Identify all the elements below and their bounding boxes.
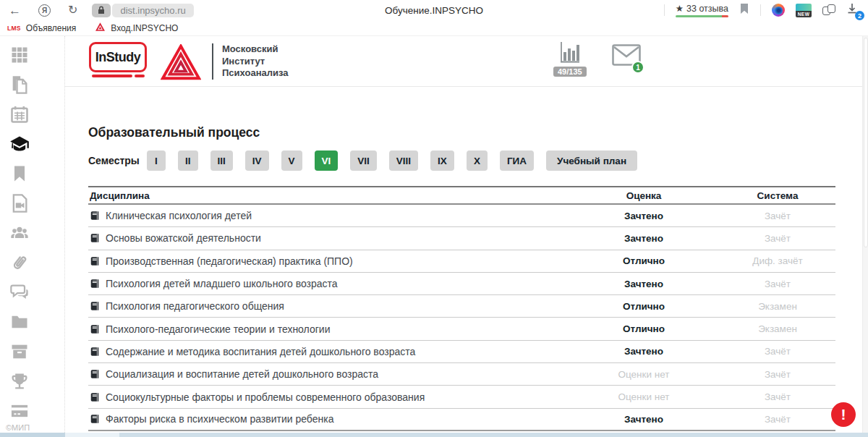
sidebar-item-bookmarks[interactable] [9, 164, 34, 184]
discipline-link[interactable]: Производственная (педагогическая) практи… [106, 255, 353, 267]
alert-icon[interactable]: ! [831, 402, 856, 427]
table-row: Факторы риска в психическом развитии реб… [88, 409, 835, 431]
downloads-button[interactable]: 2 [846, 3, 861, 17]
table-row: Психология детей младшего школьного возр… [88, 273, 835, 295]
table-row: Психология педагогического общенияОтличн… [88, 295, 835, 318]
discipline-link[interactable]: Психолого-педагогические теории и технол… [106, 323, 330, 335]
discipline-link[interactable]: Клиническая психология детей [106, 210, 252, 221]
sidebar-item-education[interactable] [9, 134, 34, 154]
semester-tab-VIII[interactable]: VIII [389, 150, 418, 171]
grade-value: Зачтено [600, 414, 687, 425]
semester-tab-II[interactable]: II [178, 150, 198, 171]
system-value: Зачёт [720, 391, 835, 402]
discipline-link[interactable]: Социокультурные факторы и проблемы совре… [106, 391, 425, 403]
bookmark-inpsycho-login[interactable]: Вход.INPSYCHO [95, 22, 178, 35]
table-row: Социализация и воспитание детей дошкольн… [88, 363, 835, 386]
system-value: Зачёт [720, 369, 835, 380]
institute-valknut-logo[interactable] [161, 44, 201, 83]
sidebar-item-archive[interactable] [9, 341, 34, 362]
grade-value: Оценки нет [600, 369, 687, 380]
system-value: Экзамен [720, 323, 835, 334]
sidebar-item-documents[interactable] [9, 75, 34, 95]
grade-value: Отлично [600, 255, 687, 266]
discipline-link[interactable]: Психология детей младшего школьного возр… [106, 278, 338, 289]
page-header: InStudy Московский Институт Психоанализа [65, 36, 868, 87]
table-header: Дисциплина Оценка Система [88, 187, 835, 205]
grade-value: Оценки нет [600, 391, 687, 402]
sidebar-item-video-materials[interactable] [9, 193, 34, 213]
horizontal-scrollbar[interactable] [0, 433, 868, 437]
discipline-link[interactable]: Психология педагогического общения [106, 300, 284, 312]
semester-tab-X[interactable]: X [467, 150, 488, 171]
grade-value: Зачтено [600, 279, 687, 289]
instudy-logo-text: InStudy [95, 50, 141, 65]
semester-tab-III[interactable]: III [210, 150, 233, 171]
bookmark-flag-icon[interactable] [739, 3, 749, 17]
back-icon[interactable]: ← [9, 4, 21, 17]
sidebar-item-awards[interactable] [9, 371, 34, 391]
table-row: Психолого-педагогические теории и технол… [88, 318, 835, 340]
grade-value: Зачтено [600, 211, 687, 221]
mail-widget[interactable]: 1 [612, 44, 641, 69]
bookmark-label: Объявления [26, 23, 76, 33]
instudy-logo[interactable]: InStudy [89, 42, 147, 72]
sidebar-item-attachments[interactable] [9, 253, 34, 273]
grade-value: Зачтено [600, 233, 687, 244]
semester-tab-IV[interactable]: IV [245, 150, 269, 171]
toolbar-separator [664, 4, 665, 16]
semester-tab-ГИА[interactable]: ГИА [500, 150, 534, 171]
bookmark-label: Вход.INPSYCHO [111, 23, 178, 33]
logo-divider [212, 43, 213, 80]
refresh-icon[interactable]: ↻ [68, 4, 77, 16]
system-value: Зачёт [720, 346, 835, 357]
extension-new-icon[interactable]: NEW [796, 4, 812, 17]
sidebar-item-community[interactable] [9, 223, 34, 243]
tabs-icon[interactable] [822, 4, 835, 16]
progress-stats-widget[interactable]: 49/135 [553, 41, 587, 77]
vertical-scrollbar[interactable] [862, 36, 868, 433]
book-icon [90, 233, 100, 243]
reviews-count: 33 отзыва [686, 4, 728, 14]
table-row: Основы вожатской деятельностиЗачтеноЗачё… [88, 227, 835, 250]
semesters-label: Семестры [88, 155, 147, 166]
sidebar-item-payments[interactable] [9, 401, 34, 421]
system-value: Зачёт [720, 233, 835, 244]
system-value: Экзамен [720, 301, 835, 312]
lock-icon[interactable] [92, 4, 111, 17]
discipline-link[interactable]: Социализация и воспитание детей дошкольн… [106, 368, 378, 380]
semester-tab-V[interactable]: V [281, 150, 302, 171]
lms-favicon: LMS [7, 25, 21, 32]
semester-tab-Учебный план[interactable]: Учебный план [546, 150, 637, 171]
extension-color-circle-icon[interactable] [772, 4, 785, 17]
semester-tab-VI[interactable]: VI [315, 150, 339, 171]
triangle-favicon [95, 22, 106, 35]
system-value: Диф. зачёт [720, 255, 835, 266]
browser-toolbar: ← Я ↻ dist.inpsycho.ru Обучение.INPSYCHO… [0, 0, 868, 20]
progress-badge: 49/135 [553, 67, 587, 77]
sidebar-item-calendar[interactable] [9, 104, 34, 124]
sidebar-item-messages[interactable] [9, 282, 34, 302]
disciplines-table: Дисциплина Оценка Система Клиническая пс… [88, 186, 835, 431]
address-bar[interactable]: dist.inpsycho.ru [92, 4, 193, 17]
new-badge: NEW [796, 11, 812, 17]
downloads-count-badge: 2 [855, 11, 864, 20]
site-reviews[interactable]: ★ 33 отзыва [676, 3, 728, 17]
sidebar-item-files[interactable] [9, 312, 34, 332]
bar-chart-icon [560, 41, 580, 64]
table-row: Содержание и методика воспитания детей д… [88, 341, 835, 363]
semesters-row: Семестры IIIIIIIVVVIVIIVIIIIXXГИАУчебный… [88, 150, 868, 171]
semester-tab-VII[interactable]: VII [350, 150, 377, 171]
bookmark-announcements[interactable]: LMS Объявления [7, 23, 76, 33]
discipline-link[interactable]: Основы вожатской деятельности [106, 232, 261, 244]
semester-tab-IX[interactable]: IX [430, 150, 454, 171]
url-text[interactable]: dist.inpsycho.ru [112, 4, 193, 17]
table-row: Производственная (педагогическая) практи… [88, 250, 835, 273]
semester-tabs: IIIIIIIVVVIVIIVIIIIXXГИАУчебный план [147, 150, 637, 171]
semester-tab-I[interactable]: I [147, 150, 166, 171]
discipline-link[interactable]: Содержание и методика воспитания детей д… [106, 346, 415, 357]
column-discipline: Дисциплина [88, 190, 600, 201]
sidebar-item-apps-grid[interactable] [9, 45, 34, 65]
discipline-link[interactable]: Факторы риска в психическом развитии реб… [106, 413, 333, 425]
table-row: Клиническая психология детейЗачтеноЗачёт [88, 205, 835, 227]
yandex-browser-icon[interactable]: Я [38, 4, 51, 17]
